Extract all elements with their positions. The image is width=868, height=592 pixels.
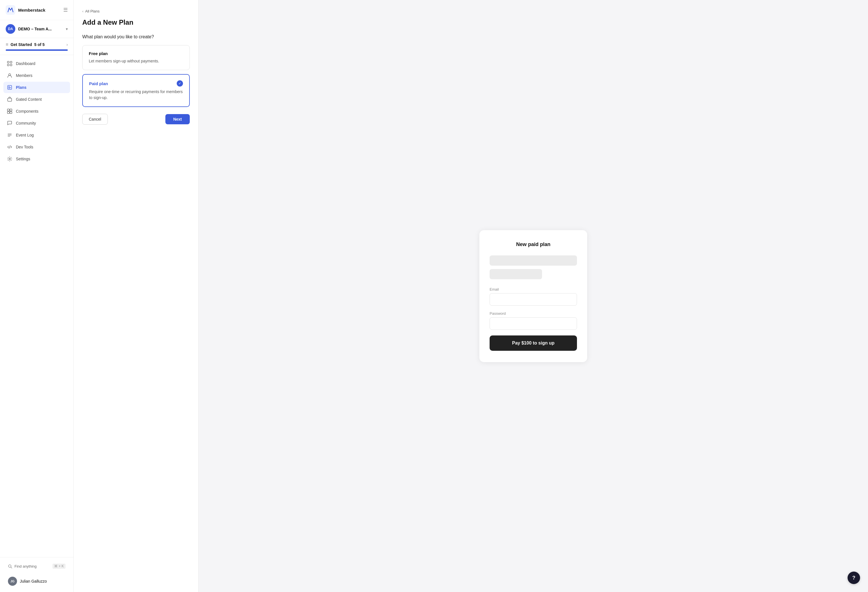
dev-tools-label: Dev Tools [16,145,33,149]
help-button[interactable]: ? [847,571,860,584]
svg-rect-11 [7,109,9,111]
user-name: Julian Galluzzo [20,579,47,583]
search-icon [8,564,12,568]
svg-rect-12 [10,109,12,111]
pay-button-preview: Pay $100 to sign up [490,336,577,351]
members-label: Members [16,73,32,78]
email-field-label: Email [490,287,577,292]
sidebar-item-dashboard[interactable]: Dashboard [3,58,70,69]
hamburger-icon[interactable]: ☰ [63,7,68,13]
progress-bar-fill [6,49,68,51]
plans-icon [7,84,12,90]
password-field-label: Password [490,311,577,315]
event-log-label: Event Log [16,133,34,138]
get-started-label: Get Started [10,42,32,47]
chevron-down-icon: ▾ [66,27,68,31]
components-label: Components [16,109,38,114]
sidebar-item-plans[interactable]: Plans [3,82,70,93]
sidebar-item-community[interactable]: Community [3,117,70,129]
user-profile[interactable]: JG Julian Galluzzo [4,574,69,589]
svg-rect-3 [7,64,9,66]
page-title: Add a New Plan [82,18,190,27]
get-started-icon: ≡ [6,42,8,47]
preview-card: New paid plan Email Password Pay $100 to… [480,230,587,362]
workspace-name: DEMO – Team A... [18,27,63,31]
sidebar-item-members[interactable]: Members [3,70,70,81]
settings-label: Settings [16,157,30,161]
free-plan-description: Let members sign-up without payments. [89,58,183,64]
paid-plan-check-icon: ✓ [177,80,183,87]
sidebar-item-gated-content[interactable]: Gated Content [3,94,70,105]
find-left: Find anything [8,564,37,568]
memberstack-logo-icon [6,5,15,15]
svg-rect-10 [8,98,12,101]
svg-point-19 [9,158,10,160]
free-plan-title: Free plan [89,51,108,56]
sidebar: Memberstack ☰ DA DEMO – Team A... ▾ ≡ Ge… [0,0,74,592]
dashboard-label: Dashboard [16,61,35,66]
get-started-row: ≡ Get Started 5 of 5 › [6,42,68,47]
sidebar-item-event-log[interactable]: Event Log [3,129,70,141]
community-label: Community [16,121,36,126]
gated-content-icon [7,96,12,102]
settings-icon [7,156,12,162]
svg-line-21 [11,567,12,568]
breadcrumb-link[interactable]: All Plans [85,9,100,13]
action-row: Cancel Next [82,114,190,124]
sidebar-item-dev-tools[interactable]: Dev Tools [3,141,70,153]
breadcrumb-arrow-icon: ‹ [82,9,83,13]
password-input-preview [490,317,577,330]
gated-content-label: Gated Content [16,97,42,102]
preview-placeholder-wide [490,255,577,266]
members-icon [7,73,12,78]
svg-rect-14 [10,111,12,114]
logo-area: Memberstack [6,5,46,15]
find-anything-label: Find anything [15,564,37,568]
svg-line-18 [9,146,10,148]
app-name: Memberstack [18,8,46,12]
center-panel: ‹ All Plans Add a New Plan What plan wou… [74,0,199,592]
keyboard-shortcut: ⌘ + K [53,564,65,569]
get-started-section[interactable]: ≡ Get Started 5 of 5 › [0,38,74,55]
workspace-selector[interactable]: DA DEMO – Team A... ▾ [0,20,74,38]
svg-rect-2 [10,61,12,63]
paid-plan-header: Paid plan ✓ [89,80,183,87]
get-started-count: 5 of 5 [34,42,45,47]
plans-label: Plans [16,85,27,90]
breadcrumb: ‹ All Plans [82,9,190,13]
paid-plan-title: Paid plan [89,81,108,86]
main-navigation: Dashboard Members Plans Gated Content Co… [0,55,74,557]
sidebar-item-components[interactable]: Components [3,105,70,117]
svg-rect-4 [10,64,12,66]
workspace-avatar: DA [6,24,15,34]
get-started-arrow-icon: › [66,42,68,47]
dashboard-icon [7,61,12,67]
free-plan-option[interactable]: Free plan Let members sign-up without pa… [82,45,190,70]
section-question: What plan would you like to create? [82,34,190,40]
community-icon [7,120,12,126]
find-anything-button[interactable]: Find anything ⌘ + K [4,561,69,571]
paid-plan-description: Require one-time or recurring payments f… [89,89,183,101]
cancel-button[interactable]: Cancel [82,114,108,124]
next-button[interactable]: Next [165,114,190,124]
dev-tools-icon [7,144,12,150]
get-started-left: ≡ Get Started 5 of 5 [6,42,44,47]
free-plan-header: Free plan [89,51,183,56]
preview-card-title: New paid plan [490,241,577,247]
main-content: ‹ All Plans Add a New Plan What plan wou… [74,0,868,592]
svg-rect-13 [7,111,9,114]
right-panel: New paid plan Email Password Pay $100 to… [199,0,868,592]
progress-bar-background [6,49,68,51]
user-avatar: JG [8,577,17,586]
event-log-icon [7,132,12,138]
preview-placeholder-narrow [490,269,542,279]
svg-rect-1 [7,61,9,63]
sidebar-header: Memberstack ☰ [0,0,74,20]
paid-plan-option[interactable]: Paid plan ✓ Require one-time or recurrin… [82,74,190,107]
sidebar-item-settings[interactable]: Settings [3,153,70,164]
email-input-preview [490,293,577,306]
components-icon [7,108,12,114]
sidebar-footer: Find anything ⌘ + K JG Julian Galluzzo [0,557,74,592]
